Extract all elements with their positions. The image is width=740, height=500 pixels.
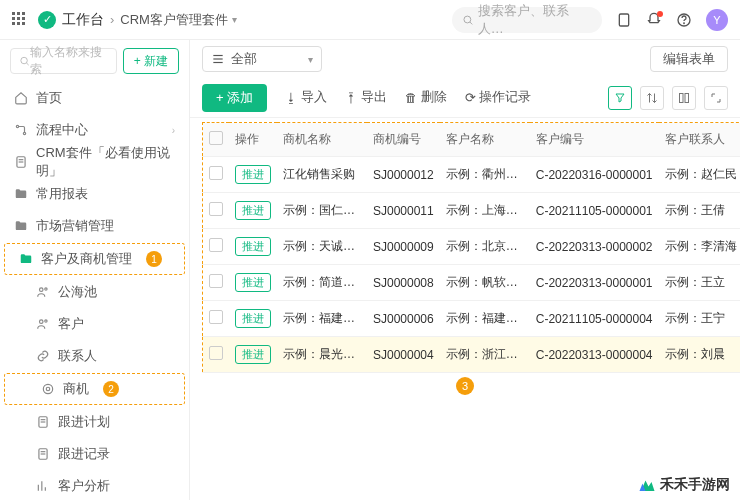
cell-code: SJ0000006	[367, 301, 440, 337]
push-button[interactable]: 推进	[235, 165, 271, 184]
global-search-input[interactable]: 搜索客户、联系人…	[452, 7, 602, 33]
row-checkbox[interactable]	[209, 166, 223, 180]
push-button[interactable]: 推进	[235, 273, 271, 292]
sidebar-item-5[interactable]: 客户及商机管理1	[4, 243, 185, 275]
columns-icon[interactable]	[672, 86, 696, 110]
export-button[interactable]: ⭱ 导出	[345, 89, 387, 106]
search-icon	[19, 55, 30, 67]
help-icon[interactable]	[676, 12, 692, 28]
filter-icon[interactable]	[608, 86, 632, 110]
apps-grid-icon[interactable]	[12, 12, 28, 28]
row-checkbox[interactable]	[209, 310, 223, 324]
chevron-right-icon: ›	[172, 125, 175, 136]
avatar[interactable]: Y	[706, 9, 728, 31]
row-checkbox[interactable]	[209, 202, 223, 216]
list-icon	[211, 52, 225, 66]
content-area: 全部 ▾ 编辑表单 + 添加 ⭳ 导入 ⭱ 导出 🗑 删除 ⟳ 操作记录 操作商…	[190, 40, 740, 500]
sidebar-item-label: 客户及商机管理	[41, 250, 132, 268]
cell-contact: 示例：王倩	[659, 193, 741, 229]
cell-name: 示例：福建一高3月订单	[277, 301, 367, 337]
sidebar-item-11[interactable]: 跟进记录	[0, 438, 189, 470]
cell-cust: 示例：帆软软件有限公司	[440, 265, 530, 301]
sidebar-item-0[interactable]: 首页	[0, 82, 189, 114]
cell-cust: 示例：上海国仁有限…	[440, 193, 530, 229]
svg-rect-34	[685, 93, 689, 102]
import-button[interactable]: ⭳ 导入	[285, 89, 327, 106]
svg-point-17	[46, 387, 50, 391]
col-header-1[interactable]: 商机名称	[277, 123, 367, 157]
chevron-down-icon[interactable]: ▾	[232, 14, 237, 25]
cell-custno: C-20220316-0000001	[530, 157, 659, 193]
cell-contact: 示例：王宁	[659, 301, 741, 337]
cell-contact: 示例：赵仁民	[659, 157, 741, 193]
sidebar-item-label: CRM套件「必看使用说明」	[36, 144, 175, 180]
cell-name: 示例：国仁采购	[277, 193, 367, 229]
svg-point-14	[40, 320, 44, 324]
sidebar: 输入名称来搜索 + 新建 首页流程中心›CRM套件「必看使用说明」常用报表市场营…	[0, 40, 190, 500]
sidebar-item-2[interactable]: CRM套件「必看使用说明」	[0, 146, 189, 178]
bell-icon[interactable]	[646, 12, 662, 28]
cell-name: 示例：晨光文具设备…	[277, 337, 367, 373]
col-header-3[interactable]: 客户名称	[440, 123, 530, 157]
sidebar-item-8[interactable]: 联系人	[0, 340, 189, 372]
sidebar-item-3[interactable]: 常用报表	[0, 178, 189, 210]
sidebar-item-10[interactable]: 跟进计划	[0, 406, 189, 438]
cell-contact: 示例：李清海	[659, 229, 741, 265]
sidebar-item-label: 客户	[58, 316, 84, 333]
view-selector[interactable]: 全部 ▾	[202, 46, 322, 72]
cell-code: SJ0000012	[367, 157, 440, 193]
col-header-5[interactable]: 客户联系人	[659, 123, 741, 157]
sort-icon[interactable]	[640, 86, 664, 110]
row-checkbox[interactable]	[209, 238, 223, 252]
workspace-label[interactable]: 工作台	[62, 11, 104, 29]
svg-point-15	[45, 320, 47, 322]
table-row[interactable]: 推进示例：晨光文具设备…SJ0000004示例：浙江晨光文具…C-2022031…	[203, 337, 741, 373]
sidebar-item-7[interactable]: 客户	[0, 308, 189, 340]
row-checkbox[interactable]	[209, 346, 223, 360]
svg-point-4	[684, 23, 685, 24]
sidebar-item-9[interactable]: 商机2	[4, 373, 185, 405]
sidebar-item-label: 跟进记录	[58, 446, 110, 463]
row-checkbox[interactable]	[209, 274, 223, 288]
cell-name: 江化销售采购	[277, 157, 367, 193]
table-row[interactable]: 推进示例：天诚采购SJ0000009示例：北京天诚软件…C-20220313-0…	[203, 229, 741, 265]
sidebar-item-label: 公海池	[58, 284, 97, 301]
sidebar-item-12[interactable]: 客户分析	[0, 470, 189, 500]
suite-label[interactable]: CRM客户管理套件	[120, 11, 228, 29]
edit-form-button[interactable]: 编辑表单	[650, 46, 728, 72]
sidebar-item-label: 首页	[36, 89, 62, 107]
add-button[interactable]: + 添加	[202, 84, 267, 112]
push-button[interactable]: 推进	[235, 309, 271, 328]
cell-name: 示例：简道云采购	[277, 265, 367, 301]
table-row[interactable]: 推进示例：国仁采购SJ0000011示例：上海国仁有限…C-20211105-0…	[203, 193, 741, 229]
highlight-badge: 1	[146, 251, 162, 267]
sidebar-item-1[interactable]: 流程中心›	[0, 114, 189, 146]
breadcrumb-sep: ›	[110, 12, 114, 27]
delete-button[interactable]: 🗑 删除	[405, 89, 447, 106]
sidebar-search-input[interactable]: 输入名称来搜索	[10, 48, 117, 74]
svg-line-6	[26, 63, 28, 65]
sidebar-item-label: 联系人	[58, 348, 97, 365]
notebook-icon[interactable]	[616, 12, 632, 28]
table-row[interactable]: 推进示例：简道云采购SJ0000008示例：帆软软件有限公司C-20220313…	[203, 265, 741, 301]
svg-point-5	[21, 57, 27, 63]
col-header-0[interactable]: 操作	[229, 123, 277, 157]
sidebar-item-label: 常用报表	[36, 185, 88, 203]
checkbox-all[interactable]	[209, 131, 223, 145]
new-button[interactable]: + 新建	[123, 48, 179, 74]
view-label: 全部	[231, 50, 257, 68]
sidebar-item-4[interactable]: 市场营销管理	[0, 210, 189, 242]
top-bar: 工作台 › CRM客户管理套件 ▾ 搜索客户、联系人… Y	[0, 0, 740, 40]
push-button[interactable]: 推进	[235, 345, 271, 364]
col-header-2[interactable]: 商机编号	[367, 123, 440, 157]
sidebar-item-6[interactable]: 公海池	[0, 276, 189, 308]
table-row[interactable]: 推进江化销售采购SJ0000012示例：衢州江化集团C-20220316-000…	[203, 157, 741, 193]
col-header-4[interactable]: 客户编号	[530, 123, 659, 157]
expand-icon[interactable]	[704, 86, 728, 110]
sidebar-item-label: 市场营销管理	[36, 217, 114, 235]
push-button[interactable]: 推进	[235, 201, 271, 220]
log-button[interactable]: ⟳ 操作记录	[465, 89, 531, 106]
push-button[interactable]: 推进	[235, 237, 271, 256]
sidebar-item-label: 商机	[63, 381, 89, 398]
table-row[interactable]: 推进示例：福建一高3月订单SJ0000006示例：福建一高集团C-2021110…	[203, 301, 741, 337]
